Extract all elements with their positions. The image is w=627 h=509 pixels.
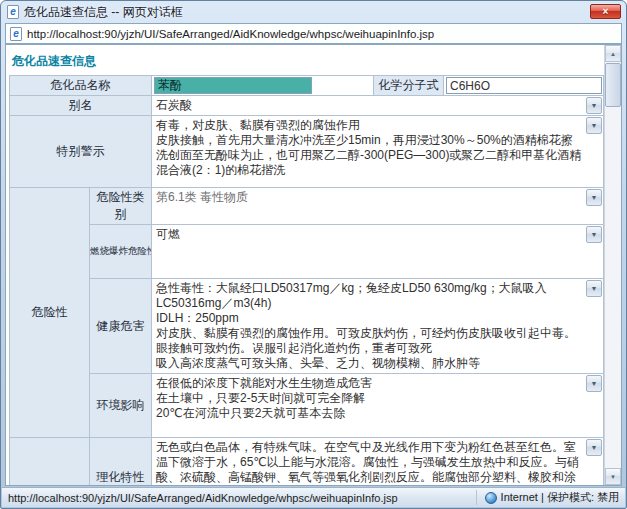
table-row: 健康危害 急性毒性：大鼠经口LD50317mg／kg；兔经皮LD50 630mg… xyxy=(10,279,604,374)
table-row: 危险性 危险性类别 第6.1类 毒性物质 ▼ xyxy=(10,188,604,225)
window-title: 危化品速查信息 -- 网页对话框 xyxy=(24,4,183,21)
health-hazard-cell: 急性毒性：大鼠经口LD50317mg／kg；兔经皮LD50 630mg/kg；大… xyxy=(152,279,604,374)
dropdown-arrow-icon[interactable]: ▼ xyxy=(586,189,602,206)
address-bar: e http://localhost:90/yjzh/UI/SafeArrang… xyxy=(5,23,622,44)
special-warning-label: 特别警示 xyxy=(10,116,152,188)
chemical-name-input[interactable] xyxy=(154,77,312,94)
fire-explosion-label: 燃烧爆炸危险性 xyxy=(90,225,152,279)
health-hazard-label: 健康危害 xyxy=(90,279,152,374)
vertical-scrollbar[interactable]: ▲ ▼ xyxy=(604,45,621,485)
scrollbar-thumb[interactable] xyxy=(605,63,621,107)
dropdown-arrow-icon[interactable]: ▼ xyxy=(586,117,602,134)
hazard-class-label: 危险性类别 xyxy=(90,188,152,225)
hazard-group-label: 危险性 xyxy=(10,188,90,438)
status-zone-text: Internet | 保护模式: 禁用 xyxy=(501,490,619,505)
page-title: 危化品速查信息 xyxy=(12,53,621,70)
status-zone: Internet | 保护模式: 禁用 xyxy=(476,490,619,505)
dropdown-arrow-icon[interactable]: ▼ xyxy=(586,226,602,243)
status-url: http://localhost:90/yjzh/UI/SafeArranged… xyxy=(8,492,476,504)
table-row: 理化特性 无色或白色晶体，有特殊气味。在空气中及光线作用下变为粉红色甚至红色。室… xyxy=(10,438,604,487)
physical-properties-label: 理化特性 xyxy=(90,438,152,487)
table-row: 别名 石炭酸 ▼ xyxy=(10,96,604,116)
dropdown-arrow-icon[interactable]: ▼ xyxy=(586,97,602,114)
chemical-name-cell xyxy=(152,76,374,96)
chemical-info-table: 危化品名称 化学分子式 别名 石炭酸 ▼ 特别警示 有毒，对皮 xyxy=(9,75,604,486)
dropdown-arrow-icon[interactable]: ▼ xyxy=(586,280,602,297)
scroll-up-icon[interactable]: ▲ xyxy=(605,45,621,62)
table-row: 环境影响 在很低的浓度下就能对水生生物造成危害 在土壤中，只要2-5天时间就可完… xyxy=(10,374,604,438)
globe-icon xyxy=(485,492,497,504)
address-url: http://localhost:90/yjzh/UI/SafeArranged… xyxy=(27,28,434,40)
physical-properties-value: 无色或白色晶体，有特殊气味。在空气中及光线作用下变为粉红色甚至红色。室温下微溶于… xyxy=(156,440,583,486)
dropdown-arrow-icon[interactable]: ▼ xyxy=(586,375,602,392)
dropdown-arrow-icon[interactable]: ▼ xyxy=(586,439,602,456)
ie-page-icon: e xyxy=(10,27,22,41)
table-row: 危化品名称 化学分子式 xyxy=(10,76,604,96)
physical-properties-cell: 无色或白色晶体，有特殊气味。在空气中及光线作用下变为粉红色甚至红色。室温下微溶于… xyxy=(152,438,604,487)
table-row: 特别警示 有毒，对皮肤、黏膜有强烈的腐蚀作用 皮肤接触，首先用大量清水冲洗至少1… xyxy=(10,116,604,188)
formula-label: 化学分子式 xyxy=(374,76,444,96)
chemical-name-label: 危化品名称 xyxy=(10,76,152,96)
close-button[interactable]: × xyxy=(590,4,621,19)
content-panel: 危化品速查信息 危化品名称 化学分子式 别名 石炭酸 ▼ xyxy=(5,44,622,486)
hazard-class-cell: 第6.1类 毒性物质 ▼ xyxy=(152,188,604,225)
alias-label: 别名 xyxy=(10,96,152,116)
environment-value: 在很低的浓度下就能对水生生物造成危害 在土壤中，只要2-5天时间就可完全降解 2… xyxy=(156,376,583,421)
fire-explosion-value: 可燃 xyxy=(156,227,583,242)
formula-input[interactable] xyxy=(446,77,602,94)
formula-cell xyxy=(444,76,604,96)
alias-cell: 石炭酸 ▼ xyxy=(152,96,604,116)
environment-cell: 在很低的浓度下就能对水生生物造成危害 在土壤中，只要2-5天时间就可完全降解 2… xyxy=(152,374,604,438)
alias-value: 石炭酸 xyxy=(156,98,583,113)
dialog-window: e 危化品速查信息 -- 网页对话框 × e http://localhost:… xyxy=(0,0,627,509)
special-warning-value: 有毒，对皮肤、黏膜有强烈的腐蚀作用 皮肤接触，首先用大量清水冲洗至少15min，… xyxy=(156,118,583,178)
fire-explosion-cell: 可燃 ▼ xyxy=(152,225,604,279)
special-warning-cell: 有毒，对皮肤、黏膜有强烈的腐蚀作用 皮肤接触，首先用大量清水冲洗至少15min，… xyxy=(152,116,604,188)
spacer-cell xyxy=(10,438,90,487)
scroll-down-icon[interactable]: ▼ xyxy=(605,468,621,485)
hazard-class-value: 第6.1类 毒性物质 xyxy=(156,190,583,205)
title-bar[interactable]: e 危化品速查信息 -- 网页对话框 × xyxy=(1,1,626,23)
table-row: 燃烧爆炸危险性 可燃 ▼ xyxy=(10,225,604,279)
status-bar: http://localhost:90/yjzh/UI/SafeArranged… xyxy=(2,487,625,507)
environment-label: 环境影响 xyxy=(90,374,152,438)
ie-page-icon: e xyxy=(7,5,19,19)
health-hazard-value: 急性毒性：大鼠经口LD50317mg／kg；兔经皮LD50 630mg/kg；大… xyxy=(156,281,583,371)
